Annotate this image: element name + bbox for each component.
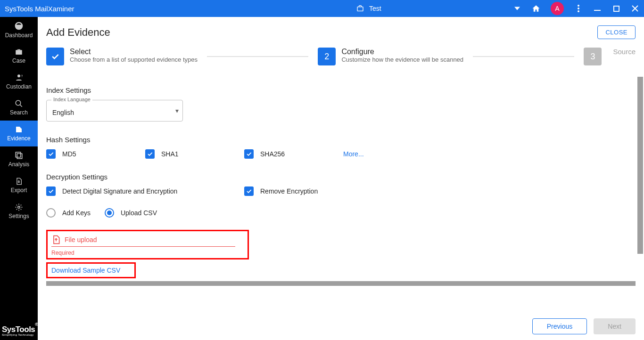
hash-settings-heading: Hash Settings [46, 136, 636, 144]
vertical-scrollbar[interactable] [637, 77, 643, 254]
step-title: Source [613, 48, 636, 56]
radio-upload-csv[interactable] [105, 208, 114, 218]
kebab-menu-icon[interactable] [574, 4, 583, 13]
home-icon[interactable] [532, 4, 540, 13]
horizontal-scrollbar[interactable] [46, 281, 636, 286]
sidebar-item-label: Custodian [6, 83, 32, 90]
step-number: 2 [318, 48, 336, 65]
required-text: Required [51, 250, 244, 256]
sidebar-item-search[interactable]: Search [0, 95, 38, 121]
previous-button[interactable]: Previous [532, 318, 587, 334]
radio-label: Upload CSV [121, 209, 157, 217]
checkbox-remove-encryption[interactable] [244, 186, 254, 196]
checkbox-label: Remove Encryption [260, 187, 318, 195]
checkbox-label: SHA256 [260, 150, 285, 158]
index-settings-heading: Index Settings [46, 86, 636, 94]
brand-logo: SysTools® Simplifying Technology [0, 324, 38, 340]
file-upload-label: File upload [65, 236, 97, 243]
svg-point-7 [17, 74, 20, 77]
sidebar-item-custodian[interactable]: ? Custodian [0, 69, 38, 95]
step-subtitle: Customize how the evidence will be scann… [341, 56, 463, 63]
close-icon[interactable] [631, 4, 639, 13]
sidebar-item-label: Analysis [8, 161, 30, 168]
svg-rect-11 [17, 154, 22, 159]
sidebar-item-label: Settings [8, 213, 29, 219]
page-title: Add Evidence [46, 26, 110, 39]
file-upload-field[interactable]: File upload [51, 235, 244, 244]
sidebar-item-case[interactable]: Case [0, 43, 38, 69]
chevron-down-icon: ▾ [175, 107, 179, 114]
svg-point-9 [16, 100, 21, 105]
radio-label: Add Keys [62, 209, 91, 217]
checkbox-detect-signature[interactable] [46, 186, 56, 196]
select-value: English [52, 109, 74, 116]
download-sample-highlight: Download Sample CSV [46, 262, 136, 278]
index-language-select[interactable]: Index Language English ▾ [46, 100, 183, 121]
sidebar-item-export[interactable]: Export [0, 172, 38, 198]
checkbox-label: MD5 [62, 150, 76, 158]
svg-rect-5 [613, 6, 619, 11]
checkbox-label: Detect Digital Signature and Encryption [62, 187, 177, 195]
svg-rect-6 [16, 50, 22, 55]
maximize-icon[interactable] [612, 4, 620, 13]
sidebar-item-label: Search [10, 109, 28, 116]
step-title: Select [70, 48, 198, 56]
sidebar-item-dashboard[interactable]: Dashboard [0, 17, 38, 43]
close-button[interactable]: CLOSE [597, 25, 636, 39]
checkbox-sha256[interactable] [244, 149, 254, 159]
select-float-label: Index Language [51, 97, 92, 102]
more-link[interactable]: More... [343, 150, 364, 158]
sidebar-item-label: Dashboard [5, 32, 33, 39]
step-number: 3 [584, 48, 602, 65]
svg-rect-10 [16, 152, 21, 157]
download-sample-link[interactable]: Download Sample CSV [51, 267, 120, 274]
caret-down-icon[interactable] [513, 4, 521, 13]
svg-point-1 [578, 5, 579, 7]
svg-text:?: ? [21, 74, 23, 78]
sidebar-item-settings[interactable]: Settings [0, 198, 38, 224]
radio-add-keys[interactable] [46, 208, 56, 218]
stepper-connector [473, 56, 574, 57]
step-subtitle: Choose from a list of supported evidence… [70, 56, 198, 63]
svg-point-3 [578, 10, 579, 12]
step-title: Configure [341, 48, 463, 56]
svg-rect-0 [357, 7, 363, 11]
svg-point-12 [18, 206, 20, 209]
sidebar-item-analysis[interactable]: Analysis [0, 146, 38, 172]
sidebar-item-label: Evidence [7, 135, 30, 142]
checkbox-md5[interactable] [46, 149, 56, 159]
case-name: Test [369, 5, 381, 12]
minimize-icon[interactable] [593, 4, 602, 13]
svg-rect-4 [594, 10, 601, 11]
app-title: SysTools MailXaminer [5, 5, 74, 13]
sidebar-item-label: Case [12, 57, 25, 64]
next-button[interactable]: Next [594, 318, 636, 334]
step-configure[interactable]: 2 Configure Customize how the evidence w… [318, 48, 463, 65]
file-upload-highlight: File upload Required [46, 230, 249, 259]
avatar[interactable]: A [551, 2, 564, 15]
svg-point-2 [578, 8, 579, 9]
step-source[interactable]: 3 Source [584, 48, 636, 65]
sidebar-item-evidence[interactable]: Evidence [0, 121, 38, 146]
decryption-settings-heading: Decryption Settings [46, 173, 636, 181]
sidebar-item-label: Export [11, 187, 27, 194]
briefcase-icon [356, 4, 364, 13]
step-select[interactable]: Select Choose from a list of supported e… [46, 48, 198, 65]
checkbox-sha1[interactable] [145, 149, 155, 159]
stepper-connector [207, 56, 308, 57]
checkbox-label: SHA1 [161, 150, 179, 158]
step-check-icon [46, 48, 64, 65]
